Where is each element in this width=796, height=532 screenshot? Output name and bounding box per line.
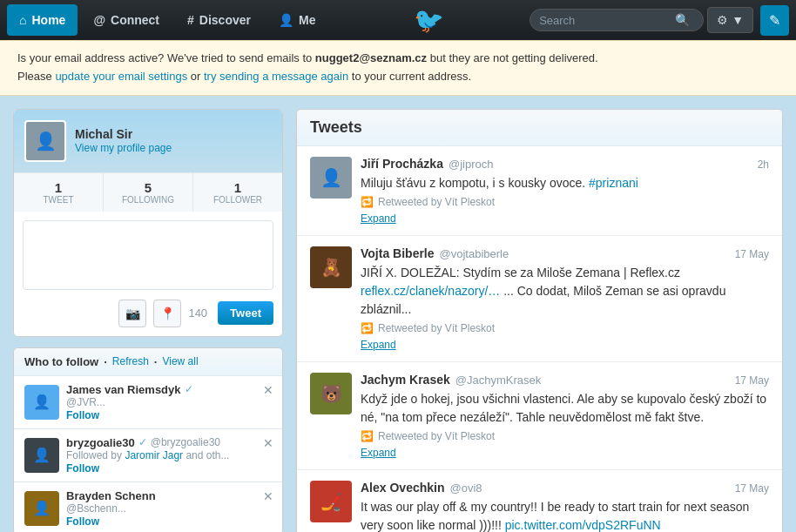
follow-info-3: Brayden Schenn @Bschenn... Follow [66,489,272,528]
warning-text-start: Is your email address active? We've trie… [17,51,315,64]
nav-me-label: Me [299,13,315,27]
following-stat[interactable]: 5 FOLLOWING [104,173,193,212]
follow-avatar-1: 👤 [24,385,59,420]
warning-line2-end: to your current address. [348,70,471,83]
update-email-link[interactable]: update your email settings [55,70,187,83]
follow-button-1[interactable]: Follow [66,409,99,421]
who-to-follow-card: Who to follow · Refresh · View all 👤 Jam… [13,347,283,532]
tweet-textarea[interactable] [23,220,273,290]
tweet-user-icon-4: 🏒 [320,491,342,512]
tweet-retweet-1: 🔁 Retweeted by Vít Pleskot [361,196,769,208]
connect-icon: @ [93,13,105,27]
nav-connect-label: Connect [111,13,159,27]
retweet-icon-3: 🔁 [361,430,374,442]
follow-sub-2: Followed by Jaromir Jagr and oth... [66,449,272,461]
warning-line2-mid: or [187,70,204,83]
pic-link[interactable]: pic.twitter.com/vdpS2RFuNN [505,518,661,532]
tweet-handle-3: @JachymKrasek [455,374,541,387]
tweet-user-icon-2: 🧸 [320,257,342,278]
expand-link-1[interactable]: Expand [361,212,396,225]
tweet-text-3: Když jde o hokej, jsou všichni vlastenci… [361,390,769,427]
tweet-meta-3: Jachym Krasek @JachymKrasek 17 May [361,373,769,387]
add-photo-button[interactable]: 📷 [118,300,146,327]
compose-button[interactable]: ✎ [760,5,789,36]
tweet-username-2[interactable]: Vojta Biberle [361,246,435,260]
search-input[interactable] [539,14,670,27]
verified-icon-1: ✓ [185,383,193,395]
following-label: FOLLOWING [112,195,184,205]
tweet-toolbar: 📷 📍 140 Tweet [23,300,273,327]
tweet-handle-4: @ovi8 [450,481,482,495]
tweet-submit-button[interactable]: Tweet [218,301,273,325]
tweet-meta-4: Alex Ovechkin @ovi8 17 May [361,481,769,495]
nav-discover-label: Discover [199,13,251,27]
location-icon: 📍 [160,306,175,320]
user-silhouette-icon: 👤 [33,394,51,410]
reflex-link[interactable]: reflex.cz/clanek/nazory/… [361,284,500,298]
follow-avatar-3: 👤 [24,491,59,526]
tweet-meta-1: Jiří Procházka @jiproch 2h [361,157,769,171]
nav-me[interactable]: 👤 Me [266,4,327,36]
search-box: 🔍 [530,9,704,31]
person-icon: 👤 [279,13,293,27]
profile-name: Michal Sir [75,127,172,141]
view-profile-link[interactable]: View my profile page [75,142,172,154]
follow-button-3[interactable]: Follow [66,515,99,528]
tweets-stat[interactable]: 1 TWEET [14,173,104,212]
expand-link-3[interactable]: Expand [361,447,396,459]
tweet-avatar-1: 👤 [310,157,352,199]
settings-dropdown-icon: ▼ [732,13,744,27]
tweet-avatar-3: 🐻 [310,373,352,414]
tweet-username-4[interactable]: Alex Ovechkin [361,481,445,495]
tweet-body-1: Jiří Procházka @jiproch 2h Miluju šťávu … [361,157,769,225]
top-navigation: ⌂ Home @ Connect # Discover 👤 Me 🐦 🔍 ⚙ ▼… [0,0,796,40]
tweet-compose-area: 📷 📍 140 Tweet [14,212,282,336]
gear-icon: ⚙ [717,13,728,27]
follow-name-2: bryzgoalie30 [66,436,135,449]
jaromir-link[interactable]: Jaromir Jagr [125,449,183,461]
follow-handle-3: @Bschenn... [66,502,272,515]
nav-discover[interactable]: # Discover [175,4,263,36]
warning-email: nugget2@seznam.cz [315,51,427,64]
add-location-button[interactable]: 📍 [153,300,181,327]
tweet-text-4: It was our play off & my country!! I be … [361,498,769,532]
expand-link-2[interactable]: Expand [361,339,396,351]
profile-info: Michal Sir View my profile page [75,127,172,154]
settings-button[interactable]: ⚙ ▼ [707,7,753,33]
send-message-link[interactable]: try sending a message again [204,70,348,83]
search-icon[interactable]: 🔍 [675,13,690,27]
tweet-username-1[interactable]: Jiří Procházka [361,157,443,171]
char-count: 140 [188,306,207,320]
follow-user-3: 👤 Brayden Schenn @Bschenn... Follow ✕ [14,482,282,532]
follow-separator2: · [154,355,158,368]
view-all-link[interactable]: View all [162,355,198,367]
dismiss-button-1[interactable]: ✕ [263,383,273,397]
retweet-text-3: Retweeted by Vít Pleskot [378,430,495,442]
tweet-time-2: 17 May [735,248,769,260]
follow-button-2[interactable]: Follow [66,462,99,475]
followers-stat[interactable]: 1 FOLLOWER [193,173,282,212]
tweets-panel: Tweets 👤 Jiří Procházka @jiproch 2h Milu… [296,109,783,532]
follow-name-row-3: Brayden Schenn [66,489,272,502]
following-count: 5 [112,180,184,195]
warning-line2-start: Please [17,70,55,83]
nav-home[interactable]: ⌂ Home [7,4,78,36]
tweet-body-3: Jachym Krasek @JachymKrasek 17 May Když … [361,373,769,459]
retweet-icon-2: 🔁 [361,322,374,334]
avatar-icon: 👤 [35,131,57,152]
profile-card: 👤 Michal Sir View my profile page 1 TWEE… [13,109,283,337]
tweets-header: Tweets [297,110,782,146]
follow-user-2: 👤 bryzgoalie30 ✓ @bryzgoalie30 Followed … [14,429,282,482]
tweet-user-icon-3: 🐻 [320,383,342,404]
camera-icon: 📷 [125,306,140,320]
nav-connect[interactable]: @ Connect [81,4,172,36]
retweet-icon-1: 🔁 [361,196,374,208]
dismiss-button-3[interactable]: ✕ [263,489,273,503]
follow-title: Who to follow [24,355,98,368]
followers-count: 1 [202,180,273,195]
tweet-item-1: 👤 Jiří Procházka @jiproch 2h Miluju šťáv… [297,146,782,236]
dismiss-button-2[interactable]: ✕ [263,436,273,450]
hashtag-link-1[interactable]: #priznani [589,176,638,190]
refresh-link[interactable]: Refresh [112,355,149,367]
tweet-username-3[interactable]: Jachym Krasek [361,373,450,387]
